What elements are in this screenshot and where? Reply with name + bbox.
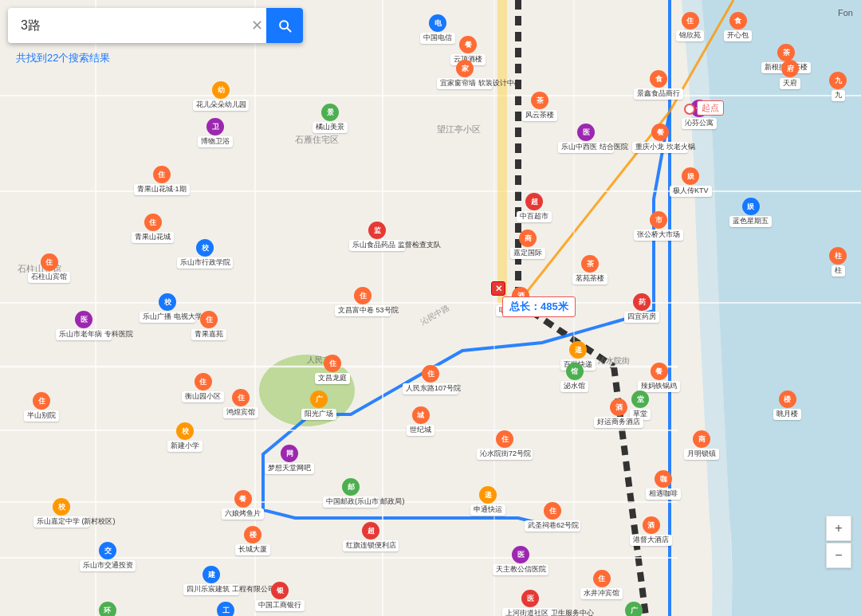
poi-icon-p45: 邮 — [342, 478, 360, 496]
poi-p14[interactable]: 市 张公桥大市场 — [634, 211, 683, 241]
zoom-in-button[interactable]: + — [826, 516, 851, 541]
poi-label-p68: 九 — [832, 90, 845, 101]
poi-p56[interactable]: 医 天主教公信医院 — [493, 546, 548, 575]
poi-p66[interactable]: 超 中百超市 — [517, 193, 552, 222]
poi-p55[interactable]: 楼 长城大厦 — [235, 526, 270, 555]
poi-label-p20: 乐山市行政学院 — [177, 257, 233, 269]
poi-p45[interactable]: 邮 中国邮政(乐山市 邮政局) — [323, 478, 379, 508]
poi-icon-p3: 家 — [456, 60, 474, 77]
poi-label-p47: 申通快运 — [470, 504, 505, 516]
poi-icon-p10: 茶 — [777, 44, 795, 61]
poi-p15[interactable]: 幼 花儿朵朵幼儿园 — [193, 81, 249, 111]
clear-button[interactable]: ✕ — [247, 16, 266, 35]
poi-p36[interactable]: 广 阳光广场 — [301, 390, 336, 420]
poi-p8[interactable]: 住 锦欣苑 — [676, 12, 704, 41]
poi-p20[interactable]: 校 乐山市行政学院 — [177, 239, 233, 269]
poi-label-p15: 花儿朵朵幼儿园 — [193, 100, 249, 111]
poi-p27[interactable]: 商 嘉定国际 — [510, 230, 545, 259]
poi-label-p66: 中百超市 — [517, 211, 552, 222]
poi-icon-p67: 府 — [781, 60, 799, 77]
poi-p53[interactable]: 住 武圣祠巷62号院 — [525, 502, 580, 532]
poi-icon-p21: 校 — [159, 293, 176, 311]
poi-label-p51: 港督大酒店 — [630, 535, 672, 546]
poi-p54[interactable]: 超 红旗连锁便利店 — [343, 522, 399, 551]
poi-icon-p15: 幼 — [212, 81, 230, 99]
poi-p57[interactable]: 校 乐山嘉定中学 (新村校区) — [33, 498, 89, 528]
poi-p59[interactable]: 银 中国工商银行 — [255, 582, 305, 611]
poi-p68[interactable]: 九 九 — [829, 72, 847, 101]
poi-p51[interactable]: 酒 港督大酒店 — [630, 516, 672, 546]
poi-p18[interactable]: 住 青果山花城·1期 — [134, 166, 190, 195]
poi-icon-p56: 医 — [512, 546, 529, 563]
poi-p5[interactable]: 医 乐山中西医 结合医院 — [558, 124, 614, 153]
poi-icon-p53: 住 — [544, 502, 561, 520]
poi-p12[interactable]: 娱 极人传KTV — [670, 167, 712, 197]
area-label-0: 石雁住宅区 — [295, 134, 339, 146]
poi-p7[interactable]: 食 景鑫食品商行 — [634, 70, 683, 100]
poi-p60[interactable]: 工 乐山市总工会 招待所 — [198, 602, 254, 616]
zoom-out-button[interactable]: − — [826, 543, 851, 568]
poi-p46[interactable]: 餐 六娘烤鱼片 — [222, 490, 264, 520]
poi-icon-p52: 楼 — [779, 390, 796, 408]
poi-p65[interactable]: 交 乐山市交通投资 — [80, 542, 136, 571]
poi-p30[interactable]: 药 四宜药房 — [624, 293, 659, 323]
poi-p13[interactable]: 娱 蓝色星期五 — [729, 198, 772, 227]
poi-p50[interactable]: 咖 相遇咖啡 — [646, 470, 681, 500]
poi-p35[interactable]: 酒 好运商务酒店 — [594, 398, 643, 428]
poi-p32[interactable]: 馆 泌水馆 — [560, 363, 588, 392]
poi-p44[interactable]: 住 人民东路107号院 — [403, 365, 458, 394]
poi-icon-p24: 住 — [200, 311, 218, 328]
poi-icon-p2: 餐 — [459, 36, 477, 53]
poi-label-p32: 泌水馆 — [560, 381, 588, 392]
poi-icon-p35: 酒 — [610, 398, 627, 416]
poi-p39[interactable]: 住 鸿煌宾馆 — [223, 389, 258, 418]
poi-p67[interactable]: 府 天府 — [780, 60, 800, 89]
poi-p69[interactable]: 柱 柱 — [829, 247, 847, 277]
poi-p25[interactable]: 监 乐山食品药品 监督检查支队 — [349, 222, 405, 251]
poi-p37[interactable]: 住 文昌龙庭 — [315, 355, 350, 384]
poi-p47[interactable]: 递 申通快运 — [470, 486, 505, 516]
poi-icon-p12: 娱 — [682, 167, 699, 185]
poi-icon-p33: 餐 — [651, 363, 668, 380]
poi-p63[interactable]: 广 大曲口文化广场 — [606, 602, 662, 616]
poi-p4[interactable]: 茶 风云茶楼 — [522, 92, 557, 121]
poi-p17[interactable]: 景 橘山美景 — [313, 104, 348, 133]
poi-label-p9: 开心包 — [724, 30, 752, 41]
poi-p43[interactable]: 校 新建小学 — [167, 422, 202, 452]
poi-p62[interactable]: 医 上河街道社区 卫生服务中心 — [502, 590, 558, 616]
poi-p23[interactable]: 住 石柱山宾馆 — [28, 253, 70, 283]
poi-p58[interactable]: 建 四川乐宸建筑 工程有限公司 — [183, 566, 239, 595]
poi-label-p58: 四川乐宸建筑 工程有限公司 — [183, 584, 239, 595]
poi-p48[interactable]: 住 沁水院街72号院 — [477, 430, 533, 460]
poi-label-p25: 乐山食品药品 监督检查支队 — [349, 240, 405, 251]
poi-p6[interactable]: 餐 重庆小龙 坎老火锅 — [632, 124, 688, 153]
poi-p61[interactable]: 环 乐山市环境 — [86, 602, 128, 616]
poi-label-p42: 半山别院 — [24, 410, 59, 422]
poi-p40[interactable]: 城 世纪城 — [407, 406, 434, 436]
poi-p22[interactable]: 医 乐山市老年病 专科医院 — [56, 311, 112, 340]
poi-p9[interactable]: 食 开心包 — [724, 12, 752, 41]
poi-p41[interactable]: 网 梦想天堂网吧 — [265, 445, 314, 474]
poi-icon-p38: 住 — [195, 373, 212, 390]
poi-p16[interactable]: 卫 博物卫浴 — [198, 118, 233, 147]
poi-label-p26: 文昌富中卷 53号院 — [335, 305, 391, 316]
poi-p28[interactable]: 茶 茗苑茶楼 — [572, 255, 607, 284]
poi-label-p3: 宜家窗帘墙 软装设计中心 — [437, 78, 493, 89]
poi-p33[interactable]: 餐 辣妈铁锅鸡 — [638, 363, 680, 392]
poi-icon-p13: 娱 — [742, 198, 760, 215]
result-count[interactable]: 共找到22个搜索结果 — [8, 46, 303, 70]
poi-p52[interactable]: 楼 眺月楼 — [773, 390, 801, 420]
poi-p21[interactable]: 校 乐山广播 电视大学 — [140, 293, 195, 323]
poi-label-p45: 中国邮政(乐山市 邮政局) — [323, 496, 379, 508]
poi-p38[interactable]: 住 衡山园小区 — [182, 373, 224, 402]
search-input[interactable] — [14, 18, 247, 33]
map-container[interactable]: 沁民中路 人民东路 沁水院街 电 中国电信 餐 云顶酒楼 家 宜家窗帘墙 软装设… — [0, 0, 861, 616]
poi-p24[interactable]: 住 青果嘉苑 — [191, 311, 226, 340]
poi-p26[interactable]: 住 文昌富中卷 53号院 — [335, 287, 391, 316]
poi-p49[interactable]: 商 月明锁镇 — [684, 430, 719, 460]
poi-p19[interactable]: 住 青果山花城 — [132, 214, 174, 243]
poi-p64[interactable]: 住 水井冲宾馆 — [580, 570, 623, 599]
poi-p42[interactable]: 住 半山别院 — [24, 392, 59, 422]
poi-p3[interactable]: 家 宜家窗帘墙 软装设计中心 — [437, 60, 493, 89]
search-button[interactable] — [266, 8, 303, 43]
